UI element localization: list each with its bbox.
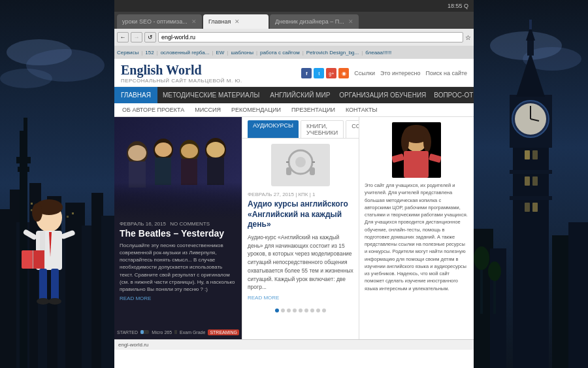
social-googleplus[interactable]: g+ (326, 68, 336, 78)
tab-audiocourses[interactable]: АУДИОКУРСЫ (248, 120, 299, 138)
browser-tab-active[interactable]: Главная ✕ (203, 14, 269, 29)
top-link-links[interactable]: Ссылки (354, 70, 375, 76)
svg-rect-34 (33, 250, 44, 269)
nav-main-qa[interactable]: ВОПРОС-ОТВЕТ (430, 87, 474, 103)
page-dot-2[interactable] (281, 309, 285, 312)
url-bar[interactable] (158, 32, 463, 42)
bookmark-152[interactable]: 152 (145, 50, 154, 56)
top-link-interesting[interactable]: Это интересно (380, 70, 421, 76)
featured-text: Послушайте эту песню соотечественников с… (120, 242, 237, 293)
tab-close-1[interactable]: ✕ (191, 18, 197, 25)
svg-rect-31 (60, 229, 75, 239)
secondary-nav-present[interactable]: ПРЕЗЕНТАЦИИ (286, 105, 340, 114)
svg-point-62 (401, 131, 409, 152)
social-twitter[interactable]: t (314, 68, 324, 78)
social-rss[interactable]: ◉ (338, 68, 349, 78)
svg-rect-17 (16, 157, 31, 163)
svg-rect-84 (532, 150, 538, 159)
svg-point-41 (128, 145, 146, 161)
status-url: engl-world.ru (118, 342, 148, 348)
svg-rect-85 (525, 176, 530, 186)
nav-main-home[interactable]: ГЛАВНАЯ (114, 87, 157, 103)
page-dot-6[interactable] (304, 309, 308, 312)
svg-rect-51 (207, 158, 224, 185)
progress-streaming: STREAMING (208, 329, 239, 335)
svg-rect-36 (51, 269, 59, 301)
svg-rect-56 (310, 167, 315, 175)
secondary-nav-recom[interactable]: РЕКОМЕНДАЦИИ (226, 105, 286, 114)
svg-rect-79 (529, 20, 532, 29)
tab-books[interactable]: КНИГИ, УЧЕБНИКИ (301, 120, 344, 138)
author-photo (392, 122, 441, 178)
secondary-nav-about[interactable]: ОБ АВТОРЕ ПРОЕКТА (117, 105, 189, 114)
page-dot-7[interactable] (310, 309, 314, 312)
article-text: Аудио-курс «Английский на каждый день» д… (248, 233, 353, 292)
svg-rect-87 (525, 203, 530, 212)
sidebar-about-text: Это сайт для учащихся, их родителей и уч… (365, 182, 468, 292)
svg-rect-64 (404, 151, 429, 178)
svg-rect-45 (155, 158, 171, 185)
svg-rect-82 (510, 196, 552, 200)
svg-rect-16 (24, 118, 27, 131)
bookmark-templates[interactable]: шаблоны (231, 50, 253, 56)
nav-main-english[interactable]: АНГЛИЙСКИЙ МИР (265, 87, 335, 103)
page-dot-1[interactable] (275, 309, 279, 312)
svg-rect-14 (101, 216, 114, 368)
featured-meta: ФЕВРАЛЬ 16, 2015 NO COMMENTS (120, 221, 237, 227)
page-dot-9[interactable] (322, 309, 326, 312)
refresh-button[interactable]: ↺ (144, 32, 156, 42)
bookmark-gerb[interactable]: ословенный герба... (161, 50, 210, 56)
svg-rect-86 (532, 176, 538, 186)
svg-point-47 (181, 144, 198, 158)
browser-tab-inactive-2[interactable]: Дневник дизайнера – П... ✕ (270, 14, 359, 29)
bookmark-bleaaa[interactable]: блеааа!!!!!! (365, 50, 391, 56)
site-subtitle: ПЕРСОНАЛЬНЫЙ САЙТ МАЛЬЦЕВОЙ М. Ю. (121, 78, 296, 84)
secondary-nav-contacts[interactable]: КОНТАКТЫ (340, 105, 383, 114)
back-button[interactable]: ← (117, 32, 129, 42)
tab-links[interactable]: ССЫЛКИ (346, 120, 359, 138)
bookmark-petrovich[interactable]: Petrovich Design_bg... (306, 50, 359, 56)
svg-point-94 (474, 246, 489, 270)
nav-main-organize[interactable]: ОРГАНИЗАЦИЯ ОБУЧЕНИЯ (335, 87, 430, 103)
tab-close-2[interactable]: ✕ (348, 18, 353, 25)
bookmark-ew[interactable]: EW (216, 50, 224, 56)
browser-tab-inactive-1[interactable]: уроки SEO - оптимиза... ✕ (117, 14, 202, 29)
svg-rect-33 (33, 250, 33, 269)
svg-point-26 (32, 203, 42, 222)
progress-started: STARTED (117, 330, 138, 335)
svg-point-50 (206, 142, 225, 158)
svg-rect-88 (532, 203, 538, 212)
article-meta: ФЕВРАЛЬ 27, 2015 | КПК | 1 (248, 192, 353, 197)
featured-title: The Beatles – Yesterday (120, 228, 237, 239)
secondary-nav-mission[interactable]: МИССИЯ (189, 105, 226, 114)
top-link-search[interactable]: Поиск на сайте (426, 70, 467, 76)
star-button[interactable]: ☆ (465, 34, 471, 41)
featured-readmore[interactable]: READ MORE (120, 295, 237, 301)
page-dot-3[interactable] (287, 309, 291, 312)
svg-point-38 (48, 298, 61, 305)
svg-rect-81 (510, 170, 552, 174)
nav-main-methods[interactable]: МЕТОДИЧЕСКИЕ МАТЕРИАЛЫ (157, 87, 265, 103)
forward-button[interactable]: → (131, 32, 142, 42)
bookmark-work[interactable]: работа с сайтом (260, 50, 300, 56)
article-readmore[interactable]: READ MORE (248, 295, 353, 301)
svg-point-44 (155, 142, 172, 157)
page-dot-5[interactable] (299, 309, 302, 312)
site-title: English World (121, 63, 296, 78)
svg-point-37 (37, 298, 50, 305)
system-time: 18:55 Q (448, 3, 468, 9)
page-dot-8[interactable] (316, 309, 320, 312)
svg-rect-52 (114, 182, 242, 218)
page-dot-4[interactable] (293, 309, 297, 312)
progress-micro: Micro 265 (152, 330, 172, 335)
svg-rect-35 (39, 269, 47, 301)
svg-rect-30 (22, 229, 37, 241)
article-image (271, 144, 330, 186)
svg-rect-83 (525, 150, 530, 159)
tab-close-active[interactable]: ✕ (235, 18, 240, 25)
social-facebook[interactable]: f (301, 68, 312, 78)
svg-point-96 (488, 261, 501, 281)
bookmark-services[interactable]: Сервисы (117, 50, 139, 56)
svg-rect-77 (527, 39, 534, 56)
svg-rect-48 (181, 159, 197, 185)
